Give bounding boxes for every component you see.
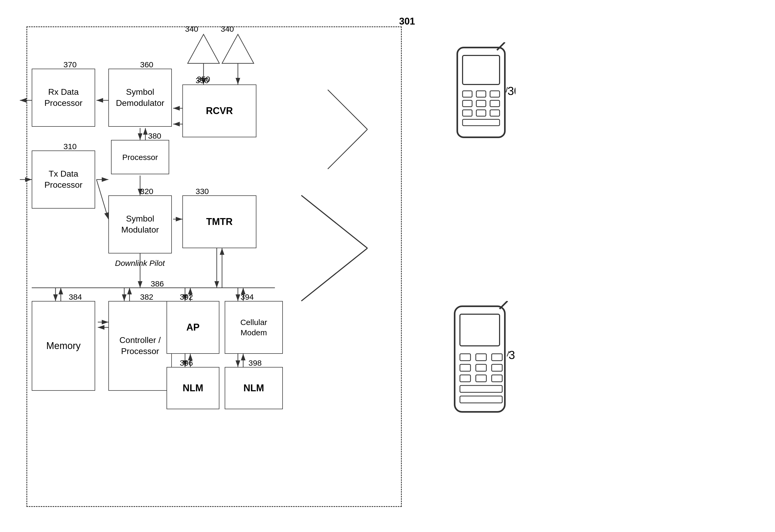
downlink-pilot-label: Downlink Pilot — [115, 259, 165, 268]
phone-device-2: 302 — [447, 301, 515, 433]
nlm2-block: NLM — [225, 367, 283, 409]
svg-rect-58 — [463, 119, 499, 126]
diagram-container: 301 340 340 350 — [11, 11, 764, 520]
label-301: 301 — [399, 16, 415, 27]
ref-396: 396 — [180, 359, 193, 368]
ref-384: 384 — [69, 293, 82, 302]
tx-data-processor-block: Tx DataProcessor — [32, 150, 95, 209]
svg-rect-46 — [457, 48, 505, 137]
svg-rect-50 — [476, 91, 486, 97]
ref-370: 370 — [63, 60, 77, 69]
svg-text:302: 302 — [507, 84, 515, 97]
svg-rect-51 — [490, 91, 499, 97]
phone-device-1: 302 — [447, 42, 515, 169]
svg-rect-74 — [460, 396, 502, 403]
svg-rect-52 — [463, 100, 472, 107]
ap-block: AP — [166, 301, 220, 354]
tmtr-block: TMTR — [182, 195, 257, 248]
ref-310: 310 — [63, 142, 77, 151]
rcvr-block: RCVR — [182, 84, 257, 137]
svg-rect-71 — [476, 375, 486, 382]
svg-rect-55 — [463, 110, 472, 116]
ref-330: 330 — [196, 187, 209, 196]
svg-rect-68 — [476, 364, 486, 371]
svg-rect-65 — [476, 354, 486, 361]
cellular-modem-block: CellularModem — [225, 301, 283, 354]
svg-rect-69 — [492, 364, 502, 371]
nlm1-block: NLM — [166, 367, 220, 409]
svg-rect-57 — [490, 110, 499, 116]
svg-rect-66 — [492, 354, 502, 361]
svg-rect-53 — [476, 100, 486, 107]
svg-text:302: 302 — [508, 349, 515, 361]
svg-rect-73 — [460, 385, 502, 392]
svg-rect-63 — [460, 314, 499, 346]
ref-380: 380 — [148, 131, 161, 140]
ref-350: 350 — [196, 76, 209, 85]
svg-rect-67 — [460, 364, 470, 371]
ref-392: 392 — [180, 293, 193, 302]
svg-rect-54 — [490, 100, 499, 107]
symbol-modulator-block: SymbolModulator — [108, 195, 172, 253]
ref-320: 320 — [140, 187, 153, 196]
svg-rect-70 — [460, 375, 470, 382]
symbol-demodulator-block: SymbolDemodulator — [108, 69, 172, 127]
rx-data-processor-block: Rx DataProcessor — [32, 69, 95, 127]
svg-rect-49 — [463, 91, 472, 97]
svg-line-62 — [499, 301, 507, 309]
svg-rect-64 — [460, 354, 470, 361]
svg-rect-72 — [492, 375, 502, 382]
ref-360: 360 — [140, 60, 153, 69]
controller-processor-block: Controller /Processor — [108, 301, 172, 391]
svg-rect-56 — [476, 110, 486, 116]
svg-rect-48 — [463, 55, 499, 84]
processor-block: Processor — [111, 140, 169, 174]
ref-398: 398 — [249, 359, 262, 368]
ref-394: 394 — [241, 293, 254, 302]
ref-382: 382 — [140, 293, 153, 302]
memory-block: Memory — [32, 301, 95, 391]
